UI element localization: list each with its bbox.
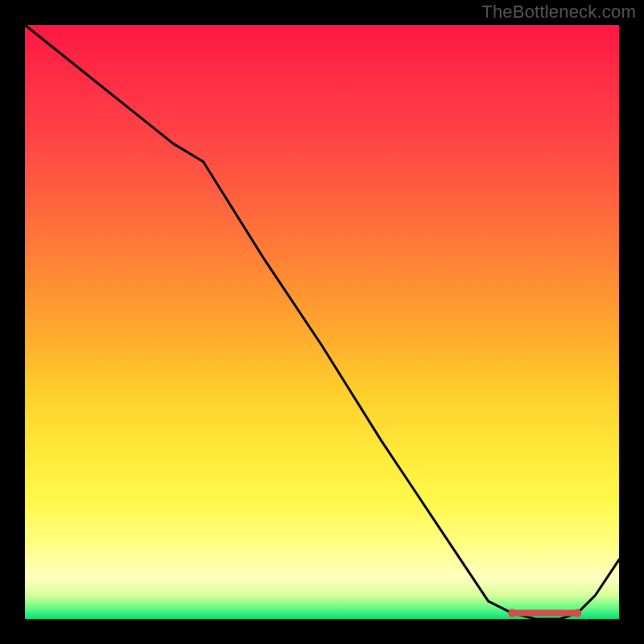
attribution-text: TheBottleneck.com bbox=[481, 2, 636, 23]
line-series bbox=[25, 25, 619, 619]
chart-overlay bbox=[25, 25, 619, 619]
marker-end bbox=[573, 609, 581, 617]
marker-band bbox=[512, 610, 577, 617]
curve-path bbox=[25, 25, 619, 619]
marker-start bbox=[508, 609, 516, 617]
plot-area bbox=[25, 25, 619, 619]
marker-group bbox=[508, 609, 581, 617]
chart-root: TheBottleneck.com bbox=[0, 0, 644, 644]
